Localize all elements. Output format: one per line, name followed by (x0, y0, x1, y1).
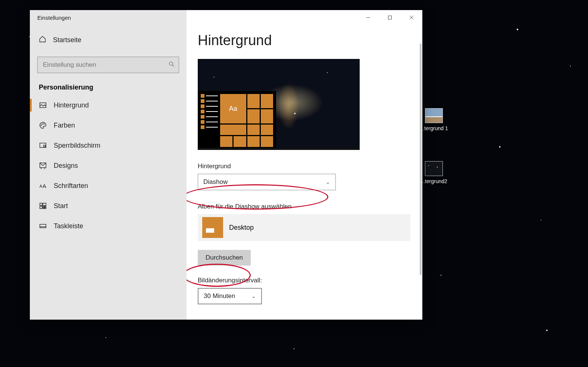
scrollbar[interactable] (420, 44, 422, 275)
sidebar-item-label: Taskleiste (54, 222, 83, 230)
svg-rect-14 (43, 206, 44, 207)
svg-rect-7 (44, 145, 46, 147)
preview-start-menu: Aa (198, 91, 276, 150)
minimize-button[interactable] (357, 10, 379, 25)
background-dropdown[interactable]: Diashow ⌄ (198, 174, 336, 190)
search-icon (168, 61, 175, 69)
theme-icon (39, 161, 47, 170)
album-selected-row[interactable]: Desktop (198, 214, 410, 241)
svg-rect-17 (45, 208, 46, 209)
svg-rect-21 (388, 16, 392, 19)
album-selected-name: Desktop (229, 224, 254, 232)
background-dropdown-label: Hintergrund (198, 163, 411, 170)
settings-window: Einstellungen Startseite Personalisierun… (30, 10, 422, 320)
sidebar: Einstellungen Startseite Personalisierun… (30, 10, 187, 320)
main-content: Hintergrund Aa (187, 10, 422, 320)
svg-rect-11 (40, 203, 42, 206)
picture-icon (39, 101, 47, 109)
window-title: Einstellungen (30, 15, 187, 21)
svg-rect-12 (43, 203, 46, 206)
sidebar-section-header: Personalisierung (30, 77, 187, 95)
search-input[interactable] (43, 61, 168, 69)
page-title: Hintergrund (198, 32, 411, 48)
svg-line-1 (172, 65, 174, 66)
sidebar-item-background[interactable]: Hintergrund (30, 95, 187, 115)
folder-icon (202, 217, 223, 238)
desktop-icon-label: ...tergrund 1 (420, 125, 448, 131)
sidebar-home-label: Startseite (53, 36, 81, 44)
sidebar-item-start[interactable]: Start (30, 196, 187, 216)
desktop-icon-label: ...tergrund2 (420, 178, 447, 184)
sidebar-item-themes[interactable]: Designs (30, 156, 187, 176)
interval-dropdown[interactable]: 30 Minuten ⌄ (198, 288, 262, 304)
sidebar-item-label: Schriftarten (54, 182, 88, 190)
sidebar-item-label: Hintergrund (54, 101, 89, 109)
svg-rect-16 (43, 208, 44, 209)
image-thumbnail-icon (425, 108, 443, 123)
font-icon: AA (39, 182, 47, 190)
interval-dropdown-value: 30 Minuten (204, 292, 235, 300)
maximize-button[interactable] (379, 10, 401, 25)
svg-point-4 (42, 123, 43, 124)
svg-point-5 (44, 123, 44, 124)
close-button[interactable] (401, 10, 422, 25)
sidebar-item-label: Sperrbildschirm (54, 142, 100, 150)
home-icon (39, 35, 46, 45)
svg-text:A: A (43, 183, 46, 189)
browse-button[interactable]: Durchsuchen (198, 250, 251, 266)
chevron-down-icon: ⌄ (326, 179, 330, 185)
sidebar-item-label: Farben (54, 122, 75, 129)
background-dropdown-value: Diashow (203, 178, 228, 186)
album-label: Alben für die Diashow auswählen (198, 203, 411, 210)
window-controls (357, 10, 422, 25)
search-input-container[interactable] (37, 57, 179, 73)
sidebar-item-taskbar[interactable]: Taskleiste (30, 216, 187, 236)
svg-rect-15 (45, 206, 46, 207)
svg-text:A: A (40, 184, 43, 188)
svg-point-0 (169, 62, 173, 65)
preview-sample-text: Aa (220, 94, 246, 123)
svg-rect-18 (40, 224, 46, 228)
sidebar-item-lockscreen[interactable]: Sperrbildschirm (30, 135, 187, 156)
taskbar-icon (39, 222, 47, 230)
browse-button-label: Durchsuchen (206, 254, 243, 261)
sidebar-item-label: Start (54, 202, 68, 210)
sidebar-item-fonts[interactable]: AA Schriftarten (30, 176, 187, 196)
titlebar[interactable]: Einstellungen (30, 10, 187, 25)
chevron-down-icon: ⌄ (251, 293, 256, 299)
svg-point-3 (41, 125, 42, 126)
interval-label: Bildänderungsintervall: (198, 277, 411, 284)
image-thumbnail-icon (425, 161, 443, 176)
sidebar-home[interactable]: Startseite (30, 30, 187, 50)
svg-rect-13 (40, 206, 42, 208)
background-preview: Aa (198, 59, 360, 150)
lock-screen-icon (39, 141, 47, 150)
start-tiles-icon (39, 202, 47, 210)
sidebar-item-label: Designs (54, 162, 78, 170)
sidebar-item-colors[interactable]: Farben (30, 115, 187, 135)
palette-icon (39, 121, 47, 129)
